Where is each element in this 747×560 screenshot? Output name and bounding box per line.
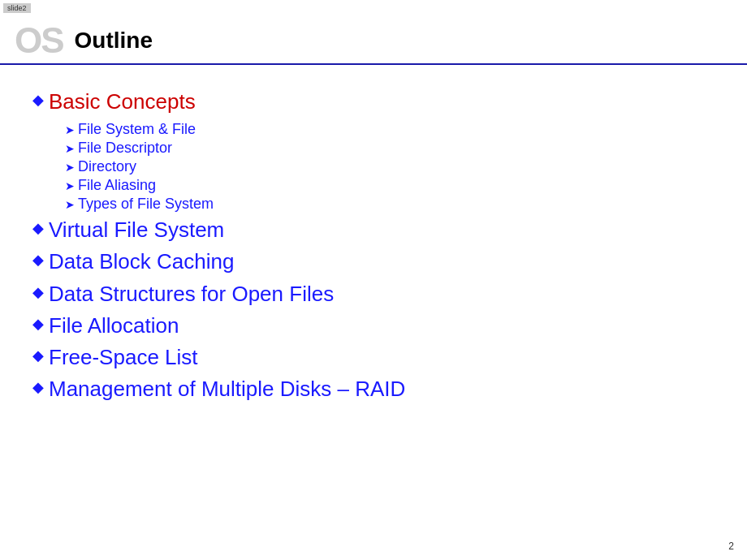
main-item-label: Data Structures for Open Files	[49, 282, 334, 307]
arrow-icon: ➤	[65, 179, 75, 192]
main-item-label: Data Block Caching	[49, 249, 234, 274]
diamond-icon: ◆	[32, 378, 44, 396]
main-item-free-space-list: ◆Free-Space List	[32, 345, 715, 370]
sub-item-label: File Aliasing	[78, 177, 156, 194]
arrow-icon: ➤	[65, 142, 75, 155]
main-item-label: Virtual File System	[49, 218, 224, 243]
main-item-label: Management of Multiple Disks – RAID	[49, 377, 405, 402]
sub-item: ➤File Aliasing	[65, 177, 715, 194]
diamond-icon: ◆	[32, 347, 44, 364]
main-item-label: File Allocation	[49, 313, 179, 338]
sub-item: ➤Types of File System	[65, 196, 715, 213]
diamond-icon: ◆	[32, 91, 44, 109]
sub-item-label: File System & File	[78, 121, 196, 138]
main-item-data-structures: ◆Data Structures for Open Files	[32, 282, 715, 307]
page-number: 2	[728, 541, 734, 552]
main-item-virtual-file-system: ◆Virtual File System	[32, 218, 715, 243]
content-area: ◆Basic Concepts➤File System & File➤File …	[32, 89, 715, 408]
slide-label: slide2	[3, 3, 31, 13]
arrow-icon: ➤	[65, 123, 75, 136]
sub-items-basic-concepts: ➤File System & File➤File Descriptor➤Dire…	[65, 121, 715, 213]
arrow-icon: ➤	[65, 161, 75, 174]
sub-item-label: Directory	[78, 158, 136, 175]
diamond-icon: ◆	[32, 283, 44, 301]
diamond-icon: ◆	[32, 315, 44, 333]
main-item-label: Basic Concepts	[49, 89, 196, 114]
header: OS Outline	[0, 23, 747, 65]
main-item-management-raid: ◆Management of Multiple Disks – RAID	[32, 377, 715, 402]
sub-item: ➤File System & File	[65, 121, 715, 138]
main-item-file-allocation: ◆File Allocation	[32, 313, 715, 338]
main-item-label: Free-Space List	[49, 345, 198, 370]
arrow-icon: ➤	[65, 198, 75, 211]
diamond-icon: ◆	[32, 219, 44, 237]
os-logo: OS	[15, 23, 63, 58]
sub-item: ➤File Descriptor	[65, 140, 715, 157]
sub-item: ➤Directory	[65, 158, 715, 175]
diamond-icon: ◆	[32, 251, 44, 269]
page-title: Outline	[75, 28, 153, 54]
sub-item-label: File Descriptor	[78, 140, 172, 157]
main-item-data-block-caching: ◆Data Block Caching	[32, 249, 715, 274]
main-item-basic-concepts: ◆Basic Concepts	[32, 89, 715, 114]
sub-item-label: Types of File System	[78, 196, 214, 213]
